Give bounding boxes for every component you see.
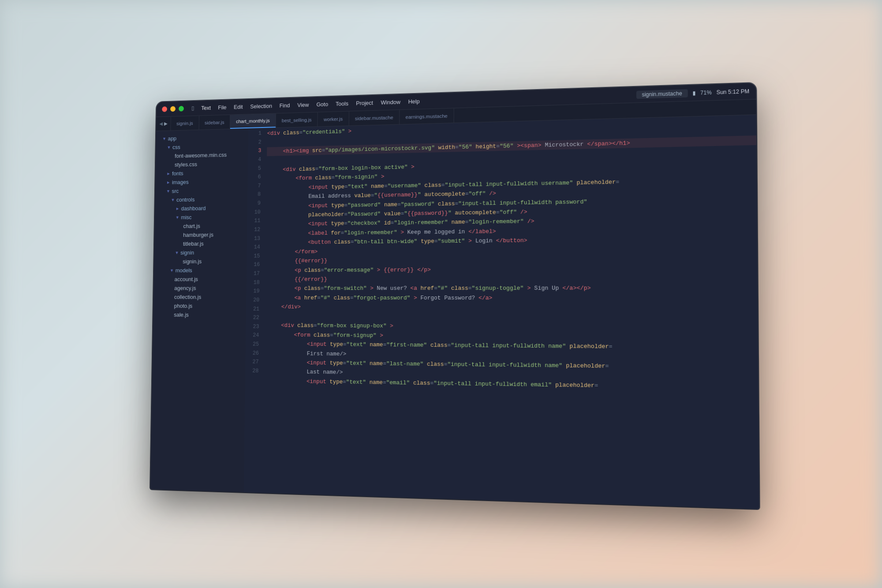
sidebar-item-signin-js[interactable]: signin.js <box>154 256 247 266</box>
sidebar-label-sale-js: sale.js <box>174 311 189 318</box>
menu-project[interactable]: Project <box>356 99 373 106</box>
sidebar-item-controls[interactable]: ▼ controls <box>155 194 247 204</box>
tab-label-chart-monthly: chart_monthly.js <box>236 117 270 124</box>
sidebar-label-hamburger-js: hamburger.js <box>183 231 213 238</box>
content-area: ▼ app ▼ css font-awesome.min.css sty <box>150 115 759 509</box>
sidebar-item-chart-js[interactable]: chart.js <box>154 221 247 230</box>
chevron-down-icon: ▼ <box>162 136 166 141</box>
line-num-1: 1 <box>248 129 262 138</box>
sidebar-item-account-js[interactable]: account.js <box>153 274 247 284</box>
sidebar-label-images: images <box>172 179 189 185</box>
sidebar-label-app: app <box>168 135 176 142</box>
sidebar-label-models: models <box>176 267 192 273</box>
sidebar-item-collection-js[interactable]: collection.js <box>153 292 247 301</box>
tab-prev-arrow[interactable]: ◀ <box>159 121 162 126</box>
sidebar-item-agency-js[interactable]: agency.js <box>153 283 247 292</box>
menu-find[interactable]: Find <box>280 102 290 109</box>
battery-icon: ▮ <box>692 90 696 96</box>
sidebar-item-src[interactable]: ▼ src <box>155 185 248 196</box>
chevron-down-icon: ▼ <box>176 215 179 220</box>
tab-earnings-mustache[interactable]: earnings.mustache <box>400 108 454 124</box>
line-num-9: 9 <box>247 199 261 208</box>
chevron-down-icon: ▼ <box>167 145 171 150</box>
sidebar-label-account-js: account.js <box>174 276 198 282</box>
menu-text[interactable]: Text <box>201 105 211 111</box>
line-num-15: 15 <box>247 251 260 260</box>
line-num-8: 8 <box>247 190 261 199</box>
line-num-19: 19 <box>247 287 260 296</box>
chevron-down-icon: ▼ <box>175 250 179 255</box>
sidebar-item-signin-folder[interactable]: ▼ signin <box>154 247 247 257</box>
line-num-18: 18 <box>247 278 260 287</box>
line-num-6: 6 <box>248 172 261 181</box>
tab-label-sidebar-js: sidebar.js <box>205 119 224 125</box>
chevron-right-icon: ► <box>166 180 170 185</box>
laptop-wrapper:  Text File Edit Selection Find View Got… <box>110 52 772 537</box>
line-num-28: 28 <box>245 367 258 375</box>
sidebar-label-titlebar-js: titlebar.js <box>183 240 204 247</box>
tab-signin-js[interactable]: signin.js <box>171 116 199 130</box>
line-num-25: 25 <box>246 340 259 348</box>
battery-level: 71% <box>700 89 712 96</box>
line-num-4: 4 <box>248 155 261 164</box>
maximize-button[interactable] <box>179 106 184 112</box>
sidebar-label-signin-js: signin.js <box>183 258 202 265</box>
line-num-14: 14 <box>247 243 260 251</box>
laptop-screen:  Text File Edit Selection Find View Got… <box>150 83 759 509</box>
tab-nav-arrows[interactable]: ◀ ▶ <box>156 116 171 131</box>
sidebar: ▼ app ▼ css font-awesome.min.css sty <box>150 128 248 492</box>
sidebar-item-hamburger-js[interactable]: hamburger.js <box>154 230 247 240</box>
line-num-13: 13 <box>247 234 260 243</box>
sidebar-item-models[interactable]: ▼ models <box>154 266 247 275</box>
tab-worker-js[interactable]: worker.js <box>318 111 349 126</box>
sidebar-item-sale-js[interactable]: sale.js <box>153 310 246 319</box>
line-num-7: 7 <box>248 181 261 190</box>
clock: Sun 5:12 PM <box>716 88 749 95</box>
tab-best-selling[interactable]: best_selling.js <box>276 112 318 127</box>
chevron-down-icon: ▼ <box>166 189 170 194</box>
sidebar-label-photo-js: photo.js <box>174 303 193 309</box>
line-num-27: 27 <box>246 357 259 366</box>
sidebar-item-titlebar-js[interactable]: titlebar.js <box>154 239 247 248</box>
code-editor[interactable]: <div class="credentials" > <h1><img src=… <box>261 115 759 509</box>
line-num-17: 17 <box>247 269 260 278</box>
menu-tools[interactable]: Tools <box>336 100 348 107</box>
menu-window[interactable]: Window <box>381 98 400 105</box>
code-line-20: </div> <box>265 302 758 313</box>
line-num-26: 26 <box>246 348 259 357</box>
tab-sidebar-js[interactable]: sidebar.js <box>199 115 230 129</box>
chevron-right-icon: ► <box>176 206 179 211</box>
sidebar-label-collection-js: collection.js <box>174 294 202 300</box>
tab-label-best-selling: best_selling.js <box>282 117 312 123</box>
sidebar-label-dashboard: dashboard <box>181 205 206 211</box>
tab-label-earnings-mustache: earnings.mustache <box>406 113 448 119</box>
chevron-right-icon: ► <box>167 171 171 176</box>
tab-label-signin-js: signin.js <box>176 120 193 125</box>
menu-goto[interactable]: Goto <box>316 101 328 107</box>
tab-label-worker-js: worker.js <box>324 116 343 122</box>
line-num-20: 20 <box>246 296 259 304</box>
minimize-button[interactable] <box>170 106 176 112</box>
menu-help[interactable]: Help <box>408 98 420 105</box>
tab-sidebar-mustache[interactable]: sidebar.mustache <box>349 110 400 125</box>
titlebar-menu:  Text File Edit Selection Find View Got… <box>192 97 420 112</box>
line-num-22: 22 <box>246 313 259 322</box>
tab-next-arrow[interactable]: ▶ <box>164 121 167 126</box>
sidebar-item-misc[interactable]: ▼ misc <box>155 212 247 222</box>
line-num-2: 2 <box>248 138 262 146</box>
line-num-21: 21 <box>246 304 259 313</box>
menu-edit[interactable]: Edit <box>234 103 243 110</box>
titlebar-filename: signin.mustache <box>636 89 688 98</box>
menu-file[interactable]: File <box>218 104 226 111</box>
sidebar-label-fonts: fonts <box>172 170 183 176</box>
line-num-10: 10 <box>247 208 261 217</box>
sidebar-item-dashboard[interactable]: ► dashboard <box>155 203 247 213</box>
tab-chart-monthly[interactable]: chart_monthly.js <box>230 113 276 128</box>
sidebar-item-photo-js[interactable]: photo.js <box>153 301 246 311</box>
apple-icon:  <box>192 105 194 112</box>
menu-view[interactable]: View <box>297 101 309 108</box>
line-num-11: 11 <box>247 217 261 225</box>
line-num-16: 16 <box>247 260 260 269</box>
close-button[interactable] <box>162 106 167 112</box>
menu-selection[interactable]: Selection <box>250 102 272 109</box>
